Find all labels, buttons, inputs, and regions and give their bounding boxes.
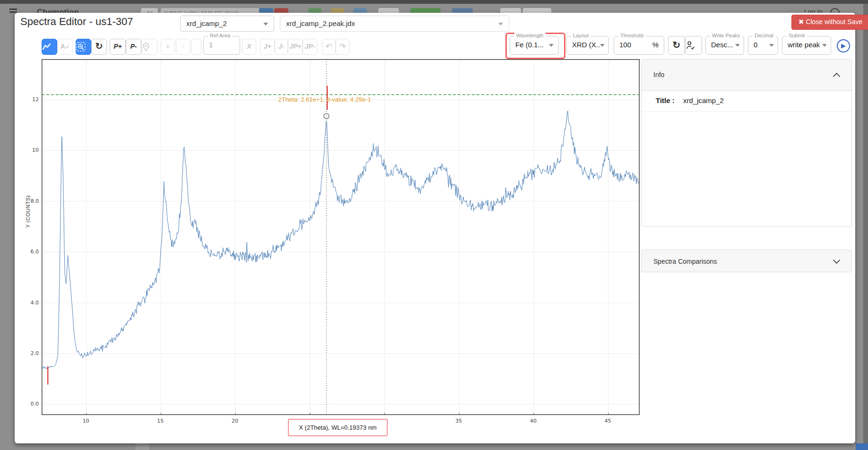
decrease-button[interactable]: -: [176, 39, 190, 55]
background-button-light: [500, 8, 521, 13]
chevron-down-icon: [822, 44, 827, 47]
line-chart-icon: [42, 43, 52, 51]
hamburger-icon: [9, 9, 17, 13]
submit-label: Submit: [787, 33, 807, 38]
y-tick-label: 8.0: [29, 198, 39, 204]
submit-select[interactable]: Submit write peak ...: [782, 36, 831, 55]
redo-button[interactable]: ↷: [336, 39, 349, 55]
info-title-label: Title :: [656, 96, 675, 104]
background-top-strip: [0, 0, 868, 4]
chevron-down-icon: [498, 23, 503, 26]
ref-area-field[interactable]: Ref Area 1: [203, 36, 240, 55]
spectrum-svg[interactable]: [42, 59, 640, 415]
modal-title: Spectra Editor - us1-307: [20, 16, 133, 28]
pin-plus-icon: [142, 42, 150, 52]
background-bottom-button: [136, 443, 149, 450]
background-button-light2: [523, 8, 551, 13]
info-panel: Info Title : xrd_jcamp_2: [641, 59, 852, 227]
undo-icon: ↶: [325, 42, 332, 51]
reset-zoom-button[interactable]: ↻: [91, 39, 107, 55]
jp-plus-button[interactable]: JP+: [288, 39, 303, 55]
file-name-select[interactable]: xrd_jcamp_2.peak.jdx: [280, 16, 509, 32]
chevron-down-icon: [735, 44, 740, 47]
chevron-down-icon: [549, 44, 554, 47]
file-name-value: xrd_jcamp_2.peak.jdx: [286, 19, 355, 27]
chevron-down-icon: [263, 23, 268, 26]
background-button-gray: [378, 8, 399, 13]
peak-add-button[interactable]: P+: [110, 39, 126, 55]
submit-value: write peak ...: [788, 41, 822, 49]
x-tick-label: 45: [605, 418, 611, 424]
person-check-icon: [686, 40, 696, 51]
auto-scale-button[interactable]: A✓: [57, 39, 73, 55]
background-button-steel: [354, 8, 367, 13]
set-reference-button[interactable]: [141, 39, 157, 55]
x-tick-label: 15: [157, 418, 164, 424]
submit-play-button[interactable]: ▶: [837, 39, 850, 52]
threshold-suffix: %: [652, 41, 659, 49]
background-all-button: All: [141, 8, 158, 13]
zoom-in-icon: [76, 42, 86, 52]
background-brand: Chemotion: [37, 8, 79, 13]
chevron-up-icon: [833, 73, 841, 80]
account-icon: [830, 8, 840, 13]
y-tick-label: 12: [29, 96, 39, 103]
y-tick-label: 4.0: [29, 300, 39, 306]
refresh-button[interactable]: ↻: [668, 36, 685, 55]
x-tick-label: 10: [83, 418, 89, 424]
threshold-value: 100: [619, 41, 631, 49]
info-panel-title: Info: [653, 71, 664, 78]
play-icon: ▶: [841, 42, 846, 49]
increase-button[interactable]: +: [161, 39, 175, 55]
x-axis-label: X (2Theta), WL=0.19373 nm: [299, 424, 376, 431]
decimal-label: Decimal: [753, 33, 775, 38]
y-tick-label: 0.0: [29, 401, 39, 407]
clear-x-button[interactable]: X: [242, 39, 256, 55]
write-peaks-label: Write Peaks: [710, 33, 742, 38]
spectra-comparisons-panel-header[interactable]: Spectra Comparisons: [641, 250, 852, 272]
chevron-down-icon: [833, 257, 841, 264]
x-axis-label-box: X (2Theta), WL=0.19373 nm: [288, 419, 388, 436]
background-badge-green: [410, 8, 441, 13]
wavelength-select[interactable]: Wavelength Fe (0.1...: [510, 36, 559, 55]
y-tick-label: 10: [29, 147, 39, 153]
spectrum-select[interactable]: xrd_jcamp_2: [180, 16, 274, 32]
redo-icon: ↷: [339, 42, 346, 51]
write-peaks-value: Desc...: [711, 41, 733, 49]
background-navbar: Chemotion All IUPAC, InChI, SMILES, RInC…: [0, 4, 868, 13]
threshold-field[interactable]: Threshold 100 %: [614, 36, 664, 55]
close-without-save-button[interactable]: ✖ Close without Save: [791, 15, 868, 30]
chevron-down-icon: [600, 44, 605, 47]
wavelength-label: Wavelength: [514, 33, 546, 38]
zoom-select-button[interactable]: [76, 39, 91, 55]
background-button-slate: [452, 8, 473, 13]
j-plus-button[interactable]: J+: [260, 39, 275, 55]
j-minus-button[interactable]: J-: [275, 39, 288, 55]
predict-button[interactable]: [685, 36, 702, 55]
info-panel-header[interactable]: Info: [642, 60, 851, 91]
layout-label: Layout: [571, 33, 590, 38]
write-peaks-select[interactable]: Write Peaks Desc...: [705, 36, 744, 55]
background-bottom-blue-bar: [856, 443, 868, 450]
decimal-value: 0: [754, 41, 757, 49]
background-button-tan: [331, 8, 344, 13]
a-wave-icon: A✓: [61, 43, 69, 50]
y-tick-label: 6.0: [29, 249, 39, 255]
peak-remove-button[interactable]: P-: [126, 39, 141, 55]
blank-button[interactable]: [191, 39, 201, 55]
screen: Chemotion All IUPAC, InChI, SMILES, RInC…: [0, 0, 868, 450]
wavelength-value: Fe (0.1...: [515, 41, 544, 49]
layout-value: XRD (X...: [572, 41, 599, 49]
spectra-editor-modal: Spectra Editor - us1-307 xrd_jcamp_2 xrd…: [15, 13, 855, 443]
layout-select[interactable]: Layout XRD (X...: [566, 36, 609, 55]
undo-button[interactable]: ↶: [322, 39, 336, 55]
decimal-select[interactable]: Decimal 0: [748, 36, 778, 55]
x-tick-label: 20: [232, 418, 238, 424]
spectrum-plot[interactable]: [42, 59, 640, 415]
info-title-row: Title : xrd_jcamp_2: [642, 91, 851, 112]
background-button-blue: [259, 8, 273, 13]
line-mode-button[interactable]: [42, 39, 57, 55]
info-title-value: xrd_jcamp_2: [683, 96, 724, 104]
peak-annotation: 2Theta: 2.61e+1, d-value: 4.29e-1: [278, 96, 371, 103]
jp-minus-button[interactable]: JP-: [303, 39, 317, 55]
